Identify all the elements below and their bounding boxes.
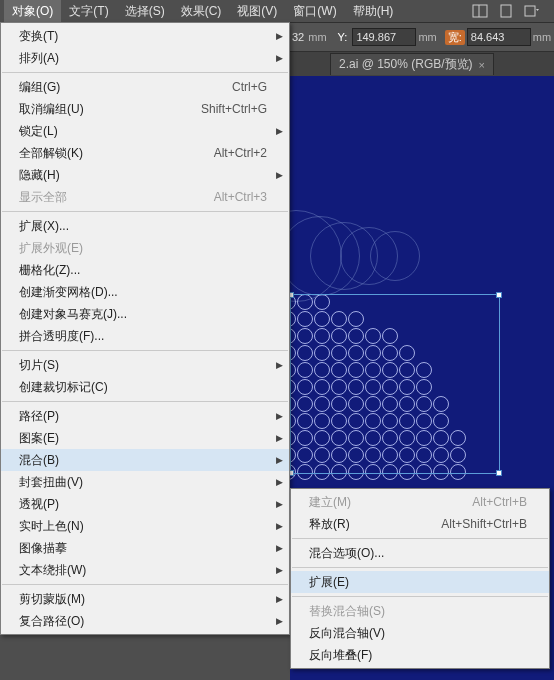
selection-handle[interactable] [290,470,294,476]
menu-item-label: 栅格化(Z)... [19,262,80,279]
menu-item-label: 显示全部 [19,189,67,206]
selection-handle[interactable] [496,470,502,476]
menu-item-label: 图案(E) [19,430,59,447]
menu-item-shortcut: Ctrl+G [232,80,267,94]
menu-item[interactable]: 创建对象马赛克(J)... [1,303,289,325]
menu-effect[interactable]: 效果(C) [173,0,230,23]
menu-item[interactable]: 反向混合轴(V) [291,622,549,644]
menu-item-label: 混合选项(O)... [309,545,384,562]
menu-item[interactable]: 图像描摹 [1,537,289,559]
menu-item-label: 扩展外观(E) [19,240,83,257]
selection-handle[interactable] [290,292,294,298]
menu-item: 显示全部Alt+Ctrl+3 [1,186,289,208]
menu-item[interactable]: 取消编组(U)Shift+Ctrl+G [1,98,289,120]
menu-item-label: 取消编组(U) [19,101,84,118]
menu-item[interactable]: 扩展(X)... [1,215,289,237]
menu-item[interactable]: 释放(R)Alt+Shift+Ctrl+B [291,513,549,535]
selection-box[interactable] [290,294,500,474]
menu-view[interactable]: 视图(V) [229,0,285,23]
menu-item-label: 创建渐变网格(D)... [19,284,118,301]
menu-item-label: 建立(M) [309,494,351,511]
x-fragment: 32 [292,31,304,43]
menu-item-label: 释放(R) [309,516,350,533]
menu-item[interactable]: 创建裁切标记(C) [1,376,289,398]
menu-separator [292,567,548,568]
menu-item-label: 剪切蒙版(M) [19,591,85,608]
menu-item[interactable]: 排列(A) [1,47,289,69]
menu-item-label: 隐藏(H) [19,167,60,184]
menu-item[interactable]: 混合选项(O)... [291,542,549,564]
menu-item-label: 切片(S) [19,357,59,374]
menu-item[interactable]: 混合(B) [1,449,289,471]
menu-item-shortcut: Shift+Ctrl+G [201,102,267,116]
menu-item: 替换混合轴(S) [291,600,549,622]
menu-type[interactable]: 文字(T) [61,0,116,23]
object-menu-dropdown: 变换(T)排列(A)编组(G)Ctrl+G取消编组(U)Shift+Ctrl+G… [0,22,290,635]
menu-item[interactable]: 透视(P) [1,493,289,515]
doc-icon[interactable] [498,3,514,19]
unit-label: mm [533,31,551,43]
menu-item[interactable]: 锁定(L) [1,120,289,142]
menu-item-shortcut: Alt+Shift+Ctrl+B [441,517,527,531]
menu-item[interactable]: 剪切蒙版(M) [1,588,289,610]
menu-item-label: 混合(B) [19,452,59,469]
menu-item-label: 反向混合轴(V) [309,625,385,642]
menu-item-label: 路径(P) [19,408,59,425]
menu-item-label: 文本绕排(W) [19,562,86,579]
menu-item[interactable]: 图案(E) [1,427,289,449]
unit-label: mm [308,31,326,43]
menu-item-label: 全部解锁(K) [19,145,83,162]
menu-item[interactable]: 路径(P) [1,405,289,427]
menu-item[interactable]: 文本绕排(W) [1,559,289,581]
svg-rect-0 [473,5,487,17]
menu-item[interactable]: 切片(S) [1,354,289,376]
menu-select[interactable]: 选择(S) [117,0,173,23]
blend-submenu-dropdown: 建立(M)Alt+Ctrl+B释放(R)Alt+Shift+Ctrl+B混合选项… [290,488,550,669]
menu-item[interactable]: 编组(G)Ctrl+G [1,76,289,98]
workspace-dropdown-icon[interactable] [524,3,540,19]
menu-item[interactable]: 栅格化(Z)... [1,259,289,281]
menu-item[interactable]: 复合路径(O) [1,610,289,632]
menu-separator [292,596,548,597]
menu-item[interactable]: 创建渐变网格(D)... [1,281,289,303]
menu-item[interactable]: 扩展(E) [291,571,549,593]
menubar-right-icons [472,3,550,19]
menu-item-label: 透视(P) [19,496,59,513]
menu-item-shortcut: Alt+Ctrl+2 [214,146,267,160]
menu-item: 扩展外观(E) [1,237,289,259]
width-input[interactable] [467,28,531,46]
layout-icon[interactable] [472,3,488,19]
close-icon[interactable]: × [479,59,485,71]
menu-item[interactable]: 隐藏(H) [1,164,289,186]
menu-item-label: 图像描摹 [19,540,67,557]
menubar: 对象(O) 文字(T) 选择(S) 效果(C) 视图(V) 窗口(W) 帮助(H… [0,0,554,22]
y-label: Y: [335,31,351,43]
menu-item-label: 编组(G) [19,79,60,96]
menu-item[interactable]: 变换(T) [1,25,289,47]
menu-item[interactable]: 实时上色(N) [1,515,289,537]
selection-handle[interactable] [496,292,502,298]
menu-item-label: 排列(A) [19,50,59,67]
menu-separator [2,211,288,212]
menu-item-label: 复合路径(O) [19,613,84,630]
svg-rect-2 [501,5,511,17]
menu-item-shortcut: Alt+Ctrl+3 [214,190,267,204]
menu-item-label: 实时上色(N) [19,518,84,535]
document-tab[interactable]: 2.ai @ 150% (RGB/预览) × [330,53,494,75]
menu-window[interactable]: 窗口(W) [285,0,344,23]
menu-item[interactable]: 反向堆叠(F) [291,644,549,666]
menu-item-label: 锁定(L) [19,123,58,140]
menu-item[interactable]: 全部解锁(K)Alt+Ctrl+2 [1,142,289,164]
menu-separator [292,538,548,539]
menu-object[interactable]: 对象(O) [4,0,61,23]
y-input[interactable] [352,28,416,46]
menu-separator [2,350,288,351]
menu-item[interactable]: 拼合透明度(F)... [1,325,289,347]
menu-separator [2,584,288,585]
menu-item-label: 拼合透明度(F)... [19,328,104,345]
width-label: 宽: [445,30,465,45]
menu-help[interactable]: 帮助(H) [345,0,402,23]
menu-item-label: 封套扭曲(V) [19,474,83,491]
menu-item[interactable]: 封套扭曲(V) [1,471,289,493]
menu-separator [2,401,288,402]
